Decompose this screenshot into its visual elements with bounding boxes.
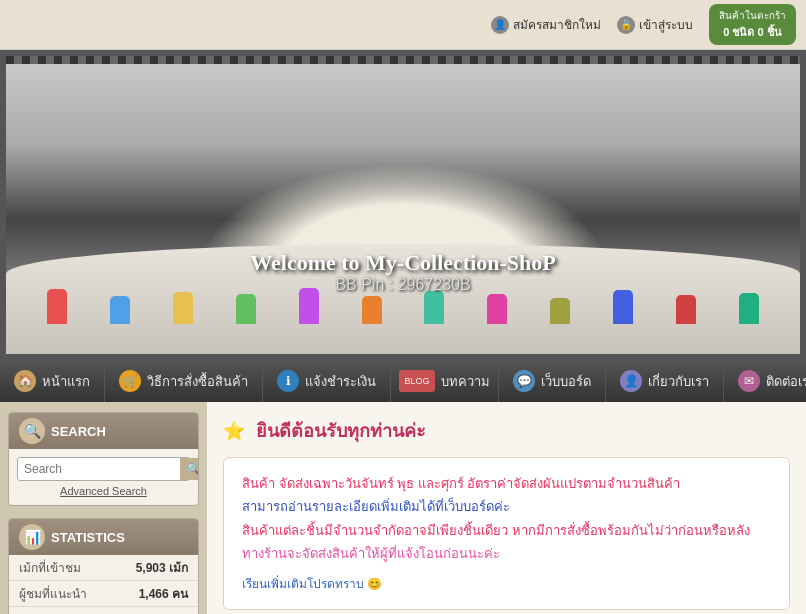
banner-text: Welcome to My-Collection-ShoP BB Pin : 2… [6,250,800,294]
search-box: 🔍 Advanced Search [9,449,198,505]
nav-contact-label: ติดต่อเรา [766,371,806,392]
welcome-title: ⭐ ยินดีต้อนรับทุกท่านค่ะ [223,416,790,445]
banner: Welcome to My-Collection-ShoP BB Pin : 2… [0,50,806,360]
stat-visits-value: 5,903 เม้ก [136,558,188,577]
mail-icon: ✉ [738,370,760,392]
register-icon: 👤 [491,16,509,34]
main: 🔍 SEARCH 🔍 Advanced Search 📊 STATISTICS … [0,402,806,614]
stats-header-icon: 📊 [19,524,45,550]
search-header-label: SEARCH [51,424,106,439]
welcome-text: ยินดีต้อนรับทุกท่านค่ะ [256,421,426,441]
login-link[interactable]: 🔒 เข้าสู่ระบบ [617,15,693,34]
banner-subtitle: BB Pin : 2967230B [6,276,800,294]
content: ⭐ ยินดีต้อนรับทุกท่านค่ะ สินค้า จัดส่งเฉ… [207,402,806,614]
register-label: สมัครสมาชิกใหม่ [513,15,601,34]
login-icon: 🔒 [617,16,635,34]
search-header: 🔍 SEARCH [9,413,198,449]
nav-order-label: วิธีการสั่งซื้อสินค้า [147,371,248,392]
banner-dots-top [6,56,800,64]
stat-members-value: 1,466 คน [139,584,188,603]
nav-about-label: เกี่ยวกับเรา [648,371,709,392]
search-button[interactable]: 🔍 [180,458,199,480]
search-section: 🔍 SEARCH 🔍 Advanced Search [8,412,199,506]
nav: 🏠 หน้าแรก 🛒 วิธีการสั่งซื้อสินค้า ℹ แจ้ง… [0,360,806,402]
cart-count: 0 ชนิด 0 ชิ้น [719,23,786,41]
nav-payment[interactable]: ℹ แจ้งชำระเงิน [263,360,391,402]
about-icon: 👤 [620,370,642,392]
smiley-icon: ⭐ [223,420,245,442]
login-label: เข้าสู่ระบบ [639,15,693,34]
home-icon: 🏠 [14,370,36,392]
nav-contact[interactable]: ✉ ติดต่อเรา [724,360,806,402]
banner-title: Welcome to My-Collection-ShoP [6,250,800,276]
stat-members-label: ผู้ชมที่แนะนำ [19,584,87,603]
stats-header-label: STATISTICS [51,530,125,545]
nav-order[interactable]: 🛒 วิธีการสั่งซื้อสินค้า [105,360,263,402]
nav-article-label: บทความ [441,371,490,392]
cart-button[interactable]: สินค้าในตะกร้า 0 ชนิด 0 ชิ้น [709,4,796,45]
article-icon: BLOG [399,370,435,392]
content-line4: ทางร้านจะจัดส่งสินค้าให้ผู้ที่แจ้งโอนก่อ… [242,542,771,565]
content-line1: สินค้า จัดส่งเฉพาะวันจันทร์ พุธ และศุกร์… [242,472,771,495]
content-line3: สินค้าแต่ละชิ้นมีจำนวนจำกัดอาจมีเพียงชิ้… [242,519,771,542]
nav-webboard-label: เว็บบอร์ด [541,371,591,392]
chat-icon: 💬 [513,370,535,392]
stats-header: 📊 STATISTICS [9,519,198,555]
search-header-icon: 🔍 [19,418,45,444]
register-link[interactable]: 👤 สมัครสมาชิกใหม่ [491,15,601,34]
info-icon: ℹ [277,370,299,392]
stat-row-open: เปิดร้าน 22 ก.พ. 55 [9,607,198,614]
search-input-wrap: 🔍 [17,457,190,481]
more-link[interactable]: เรียนเพิ่มเติมโปรดทราบ 😊 [242,574,771,596]
sidebar: 🔍 SEARCH 🔍 Advanced Search 📊 STATISTICS … [0,402,207,614]
nav-home[interactable]: 🏠 หน้าแรก [0,360,105,402]
advanced-search-link[interactable]: Advanced Search [17,485,190,497]
stat-row-members: ผู้ชมที่แนะนำ 1,466 คน [9,581,198,607]
nav-about[interactable]: 👤 เกี่ยวกับเรา [606,360,724,402]
nav-article[interactable]: BLOG บทความ [391,360,499,402]
content-line2: สามารถอ่านรายละเอียดเพิ่มเติมได้ที่เว็บบ… [242,495,771,518]
nav-payment-label: แจ้งชำระเงิน [305,371,376,392]
search-input[interactable] [18,458,180,480]
top-bar: 👤 สมัครสมาชิกใหม่ 🔒 เข้าสู่ระบบ สินค้าใน… [0,0,806,50]
stats-section: 📊 STATISTICS เม้กที่เข้าชม 5,903 เม้ก ผู… [8,518,199,614]
stat-row-visits: เม้กที่เข้าชม 5,903 เม้ก [9,555,198,581]
cart-label: สินค้าในตะกร้า [719,8,786,23]
stat-open-label: เปิดร้าน [19,610,60,614]
nav-webboard[interactable]: 💬 เว็บบอร์ด [499,360,606,402]
nav-home-label: หน้าแรก [42,371,90,392]
stat-open-value: 22 ก.พ. 55 [133,610,188,614]
stat-visits-label: เม้กที่เข้าชม [19,558,81,577]
content-box: สินค้า จัดส่งเฉพาะวันจันทร์ พุธ และศุกร์… [223,457,790,610]
cart-icon: 🛒 [119,370,141,392]
